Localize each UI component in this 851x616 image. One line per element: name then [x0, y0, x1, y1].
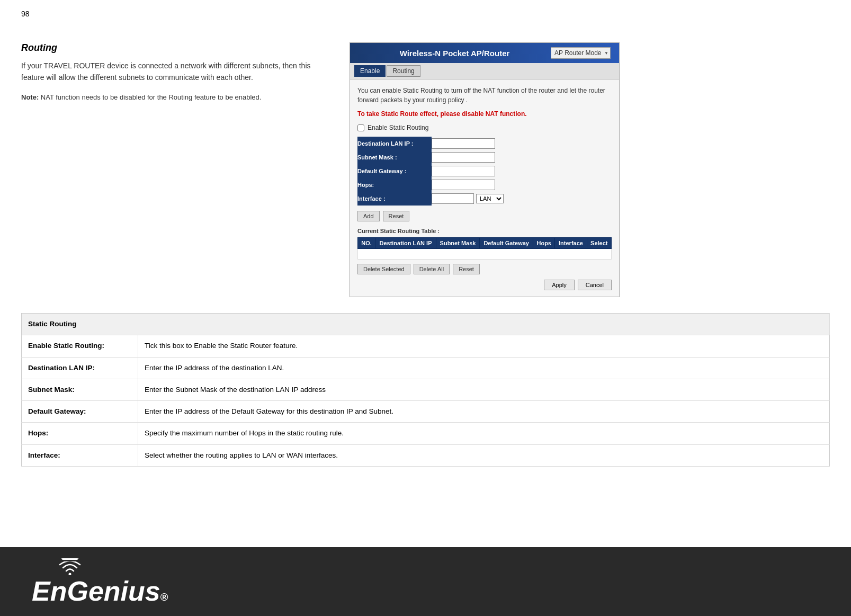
routing-table-label: Current Static Routing Table :: [357, 228, 612, 234]
dest-lan-input[interactable]: [432, 138, 495, 149]
form-row-interface: Interface : LAN WAN: [357, 192, 612, 206]
ref-row-subnet: Subnet Mask: Enter the Subnet Mask of th…: [22, 379, 830, 400]
col-gateway: Default Gateway: [480, 238, 533, 249]
delete-all-button[interactable]: Delete All: [414, 264, 450, 274]
form-row-gateway: Default Gateway :: [357, 164, 612, 178]
router-nav: Enable Routing: [350, 63, 619, 79]
wifi-icon: [58, 561, 82, 575]
table-buttons: Delete Selected Delete All Reset: [357, 264, 612, 274]
ref-row-hops: Hops: Specify the maximum number of Hops…: [22, 423, 830, 444]
note-label: Note:: [21, 93, 39, 101]
mode-dropdown-wrapper[interactable]: AP Router Mode: [551, 47, 611, 59]
ref-row-dest: Destination LAN IP: Enter the IP address…: [22, 357, 830, 379]
ref-desc-enable: Tick this box to Enable the Static Route…: [138, 335, 830, 357]
apply-button[interactable]: Apply: [544, 280, 575, 290]
left-column: Routing If your TRAVEL ROUTER device is …: [21, 42, 328, 297]
ref-row-gateway: Default Gateway: Enter the IP address of…: [22, 401, 830, 423]
interface-row: LAN WAN: [432, 193, 612, 204]
form-row-hops: Hops:: [357, 178, 612, 192]
router-header: Wireless-N Pocket AP/Router AP Router Mo…: [350, 43, 619, 63]
add-button[interactable]: Add: [357, 211, 380, 221]
cancel-button[interactable]: Cancel: [578, 280, 612, 290]
reference-table: Static Routing Enable Static Routing: Ti…: [21, 313, 830, 467]
default-gateway-label: Default Gateway :: [357, 164, 432, 178]
reference-table-header: Static Routing: [22, 314, 830, 335]
hops-input[interactable]: [432, 180, 495, 190]
mode-dropdown[interactable]: AP Router Mode: [551, 47, 611, 59]
form-buttons: Add Reset: [357, 211, 612, 221]
interface-select-cell: LAN WAN: [432, 192, 612, 206]
engenius-logo: EnGenius®: [32, 558, 168, 605]
reference-table-wrapper: Static Routing Enable Static Routing: Ti…: [0, 313, 851, 467]
table-reset-button[interactable]: Reset: [453, 264, 480, 274]
form-row-subnet: Subnet Mask :: [357, 150, 612, 164]
col-select: Select: [587, 238, 611, 249]
router-title: Wireless-N Pocket AP/Router: [359, 49, 551, 58]
hops-input-cell: [432, 178, 612, 192]
interface-text[interactable]: [432, 193, 474, 204]
routing-form-table: Destination LAN IP : Subnet Mask : Defau…: [357, 137, 612, 206]
interface-label: Interface :: [357, 192, 432, 206]
default-gateway-input-cell: [432, 164, 612, 178]
hops-label: Hops:: [357, 178, 432, 192]
routing-table: NO. Destination LAN IP Subnet Mask Defau…: [357, 237, 612, 260]
page-number: 98: [21, 10, 30, 18]
subnet-mask-input-cell: [432, 150, 612, 164]
note-content: NAT function needs to be disabled for th…: [41, 93, 262, 101]
info-text: You can enable Static Routing to turn of…: [357, 86, 612, 105]
ref-desc-hops: Specify the maximum number of Hops in th…: [138, 423, 830, 444]
warning-text: To take Static Route effect, please disa…: [357, 110, 612, 118]
col-no: NO.: [358, 238, 375, 249]
subnet-mask-label: Subnet Mask :: [357, 150, 432, 164]
apply-cancel-row: Apply Cancel: [357, 280, 612, 290]
section-title: Routing: [21, 42, 328, 53]
footer: EnGenius®: [0, 547, 851, 616]
ref-desc-interface: Select whether the routing applies to LA…: [138, 444, 830, 466]
reset-button[interactable]: Reset: [383, 211, 410, 221]
ref-desc-subnet: Enter the Subnet Mask of the destination…: [138, 379, 830, 400]
right-column: Wireless-N Pocket AP/Router AP Router Mo…: [350, 42, 830, 297]
router-ui-panel: Wireless-N Pocket AP/Router AP Router Mo…: [350, 42, 620, 297]
section-description: If your TRAVEL ROUTER device is connecte…: [21, 60, 328, 84]
enable-static-routing-checkbox[interactable]: [357, 124, 364, 131]
router-body: You can enable Static Routing to turn of…: [350, 79, 619, 297]
nav-enable-btn[interactable]: Enable: [354, 65, 386, 77]
enable-static-routing-label: Enable Static Routing: [368, 124, 428, 131]
table-row-empty: [358, 249, 612, 260]
ref-row-enable: Enable Static Routing: Tick this box to …: [22, 335, 830, 357]
nav-routing-btn[interactable]: Routing: [387, 65, 420, 77]
col-hops: Hops: [533, 238, 555, 249]
ref-field-enable: Enable Static Routing:: [22, 335, 138, 357]
dest-lan-label: Destination LAN IP :: [357, 137, 432, 150]
ref-field-hops: Hops:: [22, 423, 138, 444]
ref-field-gateway: Default Gateway:: [22, 401, 138, 423]
ref-desc-dest: Enter the IP address of the destination …: [138, 357, 830, 379]
ref-field-subnet: Subnet Mask:: [22, 379, 138, 400]
form-row-dest-lan: Destination LAN IP :: [357, 137, 612, 150]
note-paragraph: Note: NAT function needs to be disabled …: [21, 92, 328, 103]
default-gateway-input[interactable]: [432, 166, 495, 176]
delete-selected-button[interactable]: Delete Selected: [357, 264, 410, 274]
col-dest-lan: Destination LAN IP: [375, 238, 436, 249]
ref-field-dest: Destination LAN IP:: [22, 357, 138, 379]
subnet-mask-input[interactable]: [432, 152, 495, 163]
ref-field-interface: Interface:: [22, 444, 138, 466]
enable-row: Enable Static Routing: [357, 124, 612, 131]
brand-name: EnGenius: [32, 577, 160, 605]
svg-point-0: [69, 573, 71, 576]
registered-mark: ®: [160, 592, 168, 602]
dest-lan-input-cell: [432, 137, 612, 150]
col-subnet: Subnet Mask: [436, 238, 480, 249]
logo-text: EnGenius®: [32, 577, 168, 605]
ref-row-interface: Interface: Select whether the routing ap…: [22, 444, 830, 466]
col-interface: Interface: [555, 238, 587, 249]
interface-select[interactable]: LAN WAN: [476, 194, 504, 203]
ref-desc-gateway: Enter the IP address of the Default Gate…: [138, 401, 830, 423]
